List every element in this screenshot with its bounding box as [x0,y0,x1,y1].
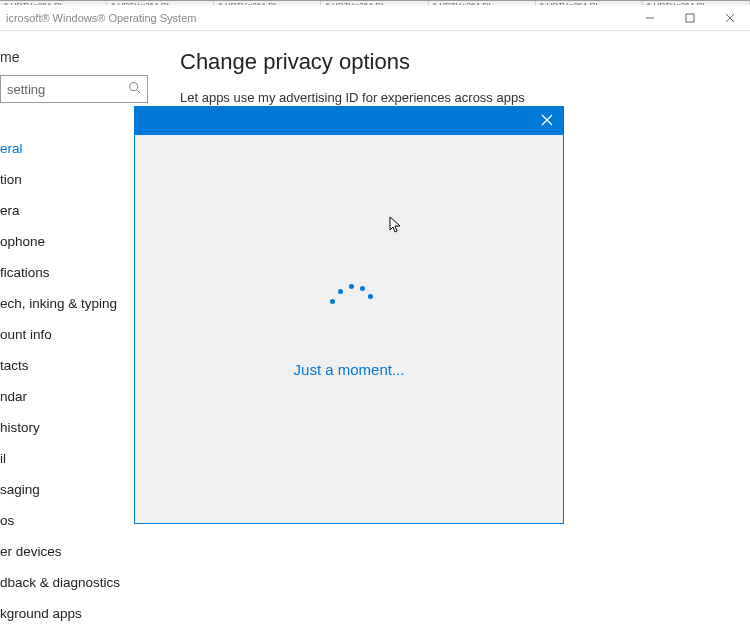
tab-item[interactable]: 6.HDTV.x264-DL [0,1,107,5]
svg-rect-1 [686,14,694,22]
svg-line-5 [137,90,140,93]
desc-line-1: Let apps use my advertising ID for exper… [180,90,525,105]
search-placeholder: setting [7,82,45,97]
dialog-titlebar [135,107,563,135]
loading-dialog: Just a moment... [134,106,564,524]
dialog-close-button[interactable] [541,114,553,128]
loading-spinner-icon [324,281,374,331]
window-title: icrosoft® Windows® Operating System [6,12,196,24]
loading-text: Just a moment... [294,361,405,378]
tab-item[interactable]: 6.HDTV.x264-DL [214,1,321,5]
page-title: Change privacy options [180,49,750,75]
tab-item[interactable]: 6.HDTV.x264-DL [429,1,536,5]
tab-item[interactable]: 6.HDTV.x264-DL [321,1,428,5]
sidebar-item[interactable]: er devices [0,536,160,567]
search-input[interactable]: setting [0,75,148,103]
search-icon [128,81,141,97]
sidebar-item[interactable]: dback & diagnostics [0,567,160,598]
window-titlebar: icrosoft® Windows® Operating System [0,5,750,31]
window-controls [630,5,750,30]
svg-point-4 [130,83,138,91]
close-button[interactable] [710,5,750,30]
tab-item[interactable]: 6.HDTV.x264-DL [536,1,643,5]
minimize-button[interactable] [630,5,670,30]
maximize-button[interactable] [670,5,710,30]
tab-item[interactable]: 6.HDTV.x264-DL [107,1,214,5]
home-link[interactable]: me [0,43,160,75]
dialog-body: Just a moment... [135,135,563,523]
sidebar-item[interactable]: kground apps [0,598,160,629]
